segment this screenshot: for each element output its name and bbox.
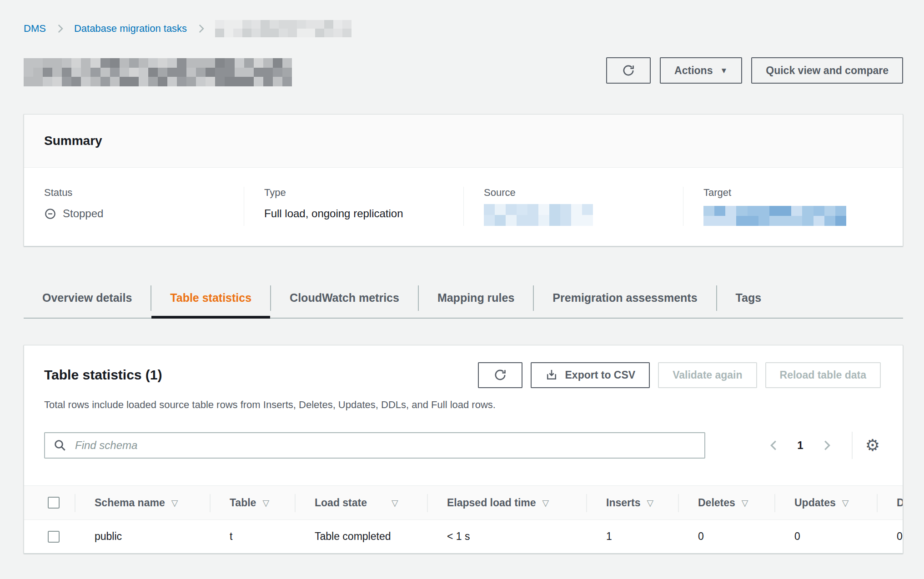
table-statistics-table: Schema name ▽ Table ▽ Load state ▽ Elaps… [24, 485, 903, 553]
row-checkbox[interactable] [48, 531, 60, 543]
summary-panel: Summary Status Stopped Type Full load, o… [24, 114, 903, 246]
column-header-table[interactable]: Table ▽ [210, 486, 295, 519]
cell-deletes: 0 [678, 520, 774, 553]
download-icon [545, 369, 558, 381]
export-to-csv-button[interactable]: Export to CSV [531, 362, 650, 388]
reload-table-data-label: Reload table data [780, 369, 866, 381]
type-value: Full load, ongoing replication [264, 207, 403, 220]
current-page-number: 1 [785, 439, 815, 452]
column-label: Load state [315, 497, 367, 509]
page-header: Actions ▼ Quick view and compare [24, 57, 903, 86]
chevron-right-icon [195, 23, 207, 35]
redacted-target-endpoint-link[interactable] [703, 206, 846, 226]
column-label: Elapsed load time [447, 497, 536, 509]
status-label: Status [44, 187, 224, 199]
refresh-table-button[interactable] [478, 362, 522, 388]
select-all-checkbox[interactable] [48, 497, 60, 509]
table-settings-gear-icon[interactable]: ⚙ [863, 437, 883, 454]
status-stopped-icon [44, 208, 56, 220]
breadcrumb-link-tasks[interactable]: Database migration tasks [74, 23, 187, 35]
tab-label: Premigration assessments [552, 291, 697, 304]
column-header-schema-name[interactable]: Schema name ▽ [75, 486, 210, 519]
table-header-row: Schema name ▽ Table ▽ Load state ▽ Elaps… [24, 485, 903, 520]
caret-down-icon: ▼ [720, 67, 728, 75]
column-header-updates[interactable]: Updates ▽ [774, 486, 877, 519]
tab-mapping-rules[interactable]: Mapping rules [419, 278, 533, 318]
sort-icon: ▽ [392, 498, 398, 508]
breadcrumb-link-dms[interactable]: DMS [24, 23, 46, 35]
previous-page-button[interactable] [763, 439, 785, 452]
redacted-source-endpoint-link[interactable] [484, 204, 593, 226]
page: DMS Database migration tasks Actions ▼ Q… [0, 0, 924, 554]
find-schema-input[interactable] [44, 432, 705, 459]
validate-again-label: Validate again [673, 369, 742, 381]
tabs: Overview details Table statistics CloudW… [24, 278, 903, 319]
tab-label: CloudWatch metrics [290, 291, 399, 304]
type-label: Type [264, 187, 443, 199]
pagination-divider [852, 432, 853, 459]
cell-schema-name: public [75, 520, 210, 553]
cell-updates: 0 [774, 520, 877, 553]
tab-table-statistics[interactable]: Table statistics [151, 278, 270, 318]
validate-again-button[interactable]: Validate again [658, 362, 757, 388]
table-statistics-panel: Table statistics (1) Export to CSV [24, 345, 903, 554]
sort-icon: ▽ [262, 498, 269, 508]
actions-button[interactable]: Actions ▼ [660, 57, 742, 84]
column-header-ddls[interactable]: DDLs [877, 486, 903, 519]
cell-inserts: 1 [586, 520, 678, 553]
column-label: Schema name [95, 497, 165, 509]
column-header-inserts[interactable]: Inserts ▽ [586, 486, 678, 519]
target-label: Target [703, 187, 883, 199]
sort-icon: ▽ [647, 498, 653, 508]
status-value: Stopped [63, 207, 103, 220]
sort-icon: ▽ [542, 498, 549, 508]
table-statistics-description: Total rows include loaded source table r… [44, 399, 883, 411]
refresh-icon [493, 368, 507, 382]
sort-icon: ▽ [742, 498, 748, 508]
cell-ddls: 0 [877, 520, 903, 553]
sort-icon: ▽ [842, 498, 849, 508]
select-all-header-cell [24, 486, 75, 519]
column-label: Table [230, 497, 256, 509]
summary-grid: Status Stopped Type Full load, ongoing r… [24, 168, 903, 246]
tab-overview-details[interactable]: Overview details [24, 278, 151, 318]
summary-field-source: Source [463, 187, 683, 226]
cell-table: t [210, 520, 295, 553]
table-row: public t Table completed < 1 s 1 0 0 0 [24, 520, 903, 553]
search-icon [53, 439, 67, 452]
column-label: Updates [794, 497, 836, 509]
quick-view-compare-label: Quick view and compare [766, 65, 889, 77]
summary-field-status: Status Stopped [24, 187, 244, 226]
column-header-elapsed-load-time[interactable]: Elapsed load time ▽ [427, 486, 586, 519]
quick-view-compare-button[interactable]: Quick view and compare [751, 57, 903, 84]
summary-panel-header: Summary [24, 115, 903, 168]
next-page-button[interactable] [815, 439, 838, 452]
column-label: Deletes [698, 497, 735, 509]
column-label: DDLs [897, 497, 903, 509]
row-select-cell [24, 520, 75, 553]
summary-field-target: Target [683, 187, 903, 226]
tab-label: Overview details [42, 291, 132, 304]
breadcrumb: DMS Database migration tasks [24, 20, 903, 37]
table-statistics-title: Table statistics (1) [44, 367, 162, 383]
tab-label: Tags [736, 291, 762, 304]
tab-premigration-assessments[interactable]: Premigration assessments [534, 278, 716, 318]
export-to-csv-label: Export to CSV [565, 369, 636, 381]
tab-tags[interactable]: Tags [717, 278, 780, 318]
cell-load-state: Table completed [295, 520, 427, 553]
tab-label: Table statistics [170, 291, 251, 304]
tab-label: Mapping rules [437, 291, 514, 304]
chevron-right-icon [54, 23, 66, 35]
sort-icon: ▽ [171, 498, 178, 508]
column-header-load-state[interactable]: Load state ▽ [295, 486, 427, 519]
actions-button-label: Actions [674, 65, 713, 77]
reload-table-data-button[interactable]: Reload table data [765, 362, 881, 388]
refresh-button[interactable] [606, 57, 651, 84]
refresh-icon [622, 64, 635, 77]
summary-title: Summary [44, 132, 883, 150]
tab-cloudwatch-metrics[interactable]: CloudWatch metrics [271, 278, 418, 318]
pagination: 1 ⚙ [763, 432, 883, 459]
column-header-deletes[interactable]: Deletes ▽ [678, 486, 774, 519]
cell-elapsed-load-time: < 1 s [427, 520, 586, 553]
summary-field-type: Type Full load, ongoing replication [244, 187, 463, 226]
